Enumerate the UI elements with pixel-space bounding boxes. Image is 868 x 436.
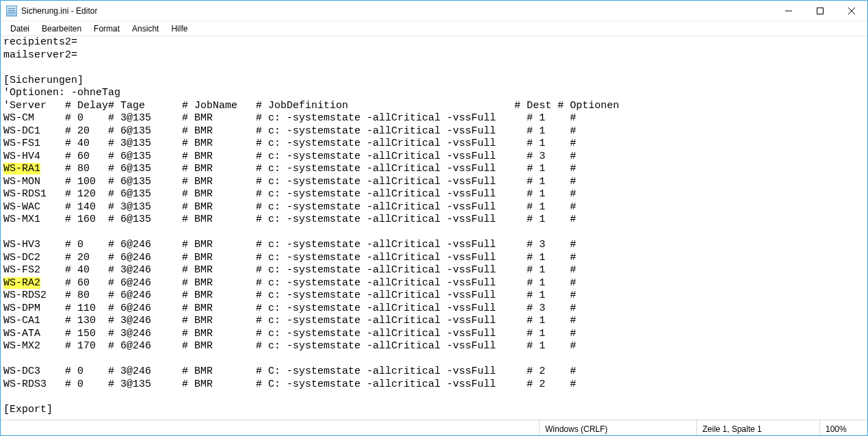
statusbar: Windows (CRLF) Zeile 1, Spalte 1 100%	[1, 420, 867, 435]
text-area[interactable]: recipients2= mailserver2= [Sicherungen] …	[1, 36, 867, 420]
menu-help[interactable]: Hilfe	[166, 23, 193, 35]
status-encoding: Windows (CRLF)	[539, 420, 696, 435]
status-zoom: 100%	[819, 420, 867, 435]
maximize-button[interactable]	[804, 1, 836, 21]
close-button[interactable]	[836, 1, 867, 21]
svg-rect-1	[817, 8, 824, 14]
titlebar: Sicherung.ini - Editor	[1, 1, 867, 21]
minimize-button[interactable]	[773, 1, 804, 21]
status-position: Zeile 1, Spalte 1	[696, 420, 819, 435]
menu-file[interactable]: Datei	[5, 23, 35, 35]
menu-edit[interactable]: Bearbeiten	[36, 23, 87, 35]
menu-view[interactable]: Ansicht	[127, 23, 164, 35]
menu-format[interactable]: Format	[88, 23, 125, 35]
notepad-window: Sicherung.ini - Editor Datei Bearbeiten …	[0, 0, 868, 436]
window-title: Sicherung.ini - Editor	[21, 6, 97, 16]
menubar: Datei Bearbeiten Format Ansicht Hilfe	[1, 21, 867, 36]
app-icon	[6, 5, 17, 16]
